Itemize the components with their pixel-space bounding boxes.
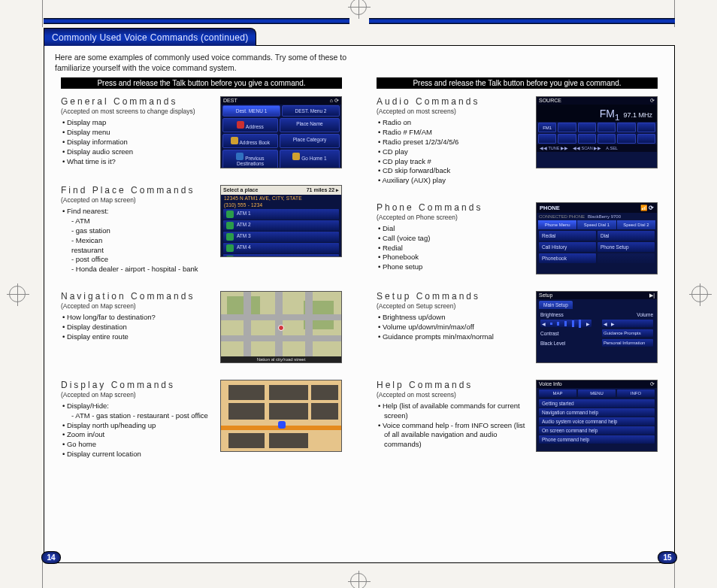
cmd-item: Call (voice tag) — [378, 234, 525, 244]
right-column: Press and release the Talk button before… — [377, 77, 658, 468]
page-title: Commonly Used Voice Commands (continued) — [44, 28, 256, 47]
left-column: Press and release the Talk button before… — [61, 77, 342, 468]
cmd-lead: Find nearest: — [62, 207, 210, 217]
cmd-item: Go home — [62, 440, 210, 450]
section-title: Display Commands — [61, 380, 210, 390]
cmd-lead: Display/Hide: — [62, 402, 210, 411]
section-subtitle: (Accepted on most screens to change disp… — [61, 108, 210, 115]
section-title: Find Place Commands — [61, 185, 210, 195]
cmd-item: Display entire route — [62, 332, 210, 342]
cmd-sub: - post office — [171, 411, 208, 421]
section-subtitle: (Accepted on most screens) — [377, 391, 525, 399]
cmd-item: Volume up/down/min/max/off — [378, 323, 525, 332]
cmd-item: Guidance prompts min/max/normal — [378, 332, 525, 342]
cmd-item: Zoom in/out — [62, 430, 210, 440]
cmd-sub: - Honda dealer — [71, 265, 119, 274]
cmd-item: Display information — [62, 138, 210, 147]
section-display: Display Commands (Accepted on Map screen… — [61, 380, 342, 459]
cmd-sub: - ATM — [71, 217, 90, 226]
screenshot-phone: PHONE📶 ⟳ CONNECTED PHONEBlackBerry 9700 … — [536, 202, 658, 274]
section-title: Audio Commands — [377, 96, 525, 107]
section-title: Phone Commands — [377, 202, 525, 213]
cmd-item: Display north up/heading up — [62, 421, 210, 431]
cmd-item: Dial — [378, 224, 525, 234]
section-setup: Setup Commands (Accepted on Setup screen… — [377, 291, 658, 363]
section-find-place: Find Place Commands (Accepted on Map scr… — [61, 185, 342, 274]
section-subtitle: (Accepted on most screens) — [377, 108, 525, 115]
cmd-sub: - Mexican restaurant — [71, 236, 123, 256]
cmd-item: CD play — [378, 147, 525, 157]
top-accent-bars — [44, 18, 675, 24]
cmd-item: Voice command help - from INFO screen (l… — [378, 421, 525, 450]
section-subtitle: (Accepted on Phone screen) — [377, 214, 525, 221]
page-body: Here are some examples of commonly used … — [44, 46, 675, 563]
cmd-sub: - hospital — [147, 265, 177, 274]
cmd-item: Brightness up/down — [378, 313, 525, 323]
title-header: Commonly Used Voice Commands (continued) — [44, 27, 675, 46]
cmd-sub: - gas station — [92, 411, 131, 421]
section-general: General Commands (Accepted on most scree… — [61, 96, 342, 168]
cmd-item: CD skip forward/back — [378, 166, 525, 176]
cmd-item: Display menu — [62, 128, 210, 138]
cmd-item: What time is it? — [62, 157, 210, 167]
screenshot-radio: SOURCE⟳ FM1 97.1 MHz FM1 ◀◀ TUNE ▶▶◀◀ SC… — [536, 96, 658, 168]
page-number-left: 14 — [41, 551, 61, 564]
section-subtitle: (Accepted on Setup screen) — [377, 302, 525, 310]
cmd-item: Display audio screen — [62, 147, 210, 157]
cmd-item: Display map — [62, 118, 210, 128]
section-subtitle: (Accepted on Map screen) — [61, 302, 210, 310]
screenshot-help: Voice Info⟳ MAPMENUINFO Getting started … — [536, 380, 658, 452]
cmd-item: Radio on — [378, 118, 525, 128]
instruction-bar-left: Press and release the Talk button before… — [61, 77, 342, 89]
section-phone: Phone Commands (Accepted on Phone screen… — [377, 202, 658, 274]
cmd-sub: - bank — [178, 265, 198, 274]
cmd-item: How long/far to destination? — [62, 313, 210, 323]
cmd-item: Display current location — [62, 450, 210, 459]
page-spread: Commonly Used Voice Commands (continued)… — [44, 18, 675, 555]
cmd-item: Help (list of available commands for cur… — [378, 402, 525, 421]
intro-text: Here are some examples of commonly used … — [44, 46, 390, 77]
cmd-item: Auxiliary (AUX) play — [378, 176, 525, 186]
cmd-item: Phone setup — [378, 262, 525, 272]
instruction-bar-right: Press and release the Talk button before… — [377, 77, 658, 89]
cmd-sub: - airport — [121, 265, 146, 274]
section-audio: Audio Commands (Accepted on most screens… — [377, 96, 658, 186]
section-title: Navigation Commands — [61, 291, 210, 302]
cmd-item: Radio # FM/AM — [378, 128, 525, 138]
cmd-item: Display destination — [62, 323, 210, 332]
screenshot-nav-map: Nation al city/road street — [220, 291, 342, 363]
section-title: Setup Commands — [377, 291, 525, 302]
cmd-item: Phonebook — [378, 253, 525, 262]
screenshot-select-place: Select a place71 miles 22 ▸ 12345 N ATM1… — [220, 185, 342, 257]
cmd-sub: - ATM — [71, 411, 90, 421]
cmd-item: Radio preset 1/2/3/4/5/6 — [378, 138, 525, 147]
screenshot-setup: Setup▶| Main Setup BrightnessVolume ◀ ▶◀… — [536, 291, 658, 363]
cmd-item: Redial — [378, 244, 525, 253]
section-subtitle: (Accepted on Map screen) — [61, 196, 210, 204]
section-help: Help Commands (Accepted on most screens)… — [377, 380, 658, 452]
cmd-sub: - gas station — [71, 226, 110, 236]
content-columns: Press and release the Talk button before… — [44, 77, 674, 468]
section-subtitle: (Accepted on Map screen) — [61, 391, 210, 399]
section-title: General Commands — [61, 96, 210, 107]
cmd-item: CD play track # — [378, 157, 525, 167]
section-title: Help Commands — [377, 380, 525, 390]
page-number-right: 15 — [658, 551, 677, 564]
screenshot-dest-menu: DEST⌂ ⟳ Dest. MENU 1DEST. Menu 2 Address… — [220, 96, 342, 168]
cmd-sub: - post office — [71, 255, 108, 265]
section-navigation: Navigation Commands (Accepted on Map scr… — [61, 291, 342, 363]
screenshot-display-map — [220, 380, 342, 452]
cmd-sub: - restaurant — [133, 411, 170, 421]
